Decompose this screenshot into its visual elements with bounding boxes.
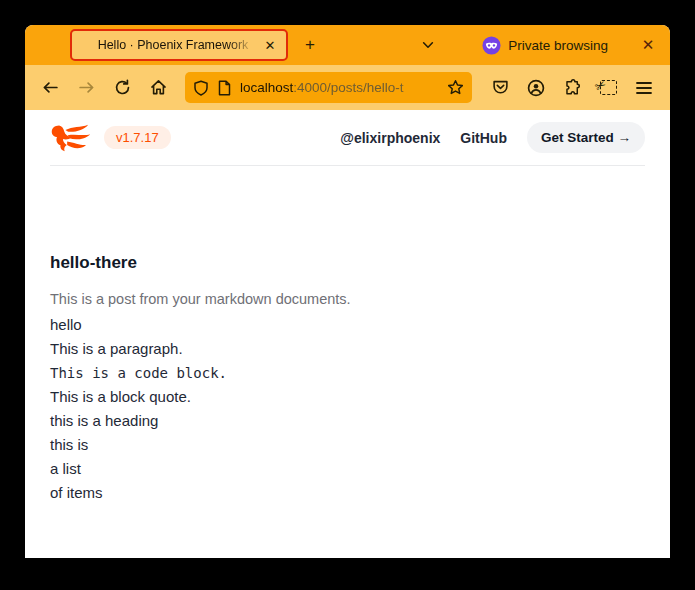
home-icon[interactable] — [144, 74, 172, 102]
screen: { "colors": { "titlebar": "#FAA40C", "to… — [0, 0, 695, 590]
phoenix-logo-icon[interactable] — [50, 122, 92, 154]
extensions-puzzle-icon[interactable] — [558, 74, 586, 102]
screenshot-frame: ✂ — [600, 80, 617, 95]
menu-hamburger-icon[interactable] — [630, 74, 658, 102]
titlebar-right-group: Private browsing ✕ — [482, 25, 662, 65]
link-github[interactable]: GitHub — [460, 130, 507, 146]
tab-title: Hello · Phoenix Framework — [86, 38, 260, 52]
tab-list-chevron-down-icon[interactable] — [414, 31, 442, 59]
post-line: This is a paragraph. — [50, 337, 645, 361]
url-host: localhost — [240, 80, 293, 95]
nav-buttons — [36, 74, 172, 102]
bookmark-star-icon[interactable] — [447, 79, 464, 96]
private-browsing-label: Private browsing — [508, 38, 608, 53]
url-text[interactable]: localhost:4000/posts/hello-t — [240, 80, 439, 95]
get-started-button[interactable]: Get Started → — [527, 122, 645, 153]
window-close-icon[interactable]: ✕ — [634, 31, 662, 59]
back-arrow-icon[interactable] — [36, 74, 64, 102]
shield-icon[interactable] — [193, 80, 209, 96]
post-line: This is a block quote. — [50, 385, 645, 409]
new-tab-button[interactable]: + — [296, 31, 324, 59]
post-title: hello-there — [50, 253, 645, 273]
version-badge: v1.7.17 — [104, 126, 171, 149]
post-subtitle: This is a post from your markdown docume… — [50, 291, 645, 307]
scissors-glyph: ✂ — [592, 76, 609, 94]
private-browsing-indicator: Private browsing — [482, 36, 608, 55]
page-content: v1.7.17 @elixirphoenix GitHub Get Starte… — [25, 110, 670, 558]
browser-window: Hello · Phoenix Framework ✕ + Private br… — [25, 25, 670, 558]
post-line: a list — [50, 457, 645, 481]
page-info-icon[interactable] — [217, 80, 232, 96]
forward-arrow-icon[interactable] — [72, 74, 100, 102]
post-article: hello-there This is a post from your mar… — [25, 166, 670, 505]
screenshot-scissors-icon[interactable]: ✂ — [594, 74, 622, 102]
pocket-icon[interactable] — [486, 74, 514, 102]
reload-icon[interactable] — [108, 74, 136, 102]
post-line: this is a heading — [50, 409, 645, 433]
account-icon[interactable] — [522, 74, 550, 102]
post-line: hello — [50, 313, 645, 337]
post-line: of items — [50, 481, 645, 505]
browser-titlebar: Hello · Phoenix Framework ✕ + Private br… — [25, 25, 670, 65]
post-line: This is a code block. — [50, 361, 645, 385]
post-body: hello This is a paragraph. This is a cod… — [50, 313, 645, 505]
site-header: v1.7.17 @elixirphoenix GitHub Get Starte… — [25, 110, 670, 165]
url-path: :4000/posts/hello-t — [293, 80, 403, 95]
private-mask-icon — [482, 36, 501, 55]
navbar-right-icons: ✂ — [486, 74, 658, 102]
tab-close-icon[interactable]: ✕ — [260, 35, 280, 55]
url-bar[interactable]: localhost:4000/posts/hello-t — [185, 72, 472, 103]
link-elixirphoenix[interactable]: @elixirphoenix — [340, 130, 440, 146]
header-links: @elixirphoenix GitHub Get Started → — [340, 122, 645, 153]
browser-navbar: localhost:4000/posts/hello-t ✂ — [25, 65, 670, 110]
active-tab[interactable]: Hello · Phoenix Framework ✕ — [70, 29, 288, 61]
post-line: this is — [50, 433, 645, 457]
